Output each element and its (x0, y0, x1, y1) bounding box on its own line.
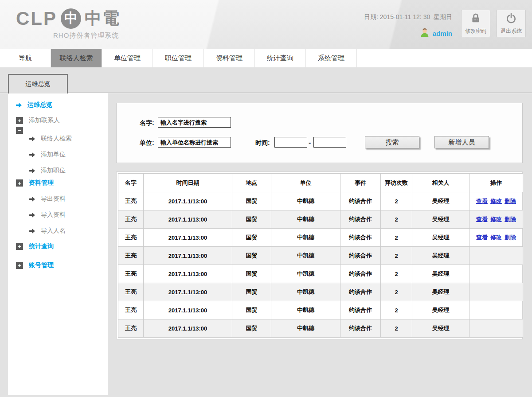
sidebar-item-tianjia-lianxiren[interactable]: +添加联系人 (16, 116, 108, 125)
cell-visits: 2 (381, 229, 412, 247)
cell-location: 国贸 (232, 301, 271, 319)
sidebar-item-collapse-toggle[interactable]: − (16, 127, 108, 134)
arrow-right-icon (29, 197, 35, 202)
cell-related: 吴经理 (412, 229, 469, 247)
logo-subtitle: RHO持份者管理系统 (53, 31, 120, 40)
arrow-right-icon (29, 229, 35, 234)
nav-tab-tongji-chaxun[interactable]: 统计查询 (255, 49, 306, 67)
cell-event: 约谈合作 (340, 210, 381, 229)
sidebar-item-lianluoren-jiansuo[interactable]: 联络人检索 (29, 134, 108, 143)
cell-visits: 2 (381, 265, 412, 283)
cell-visits: 2 (381, 319, 412, 338)
cell-related: 吴经理 (412, 192, 469, 210)
cell-datetime: 2017.1.1/13:00 (144, 229, 232, 247)
nav-tab-ziliao-guanli[interactable]: 资料管理 (204, 49, 255, 67)
cell-datetime: 2017.1.1/13:00 (144, 247, 232, 265)
header-datetime: 日期: 2015-01-11 12: 30 星期日 (364, 13, 452, 21)
time-from-input[interactable] (274, 137, 307, 148)
nav-tab-danwei-guanli[interactable]: 单位管理 (102, 49, 153, 67)
cell-name: 王亮 (118, 210, 144, 229)
table-row: 王亮2017.1.1/13:00国贸中凯德约谈合作2吴经理 (118, 301, 523, 319)
cell-visits: 2 (381, 210, 412, 229)
time-range-separator: - (309, 139, 311, 147)
action-edit[interactable]: 修改 (490, 198, 502, 204)
sidebar-item-label: 账号管理 (29, 261, 54, 269)
unit-search-input[interactable] (158, 137, 231, 148)
action-delete[interactable]: 删除 (505, 216, 516, 222)
plus-icon[interactable]: + (16, 262, 23, 269)
search-panel: 名字: 单位: 时间: - 搜索 新增人员 (116, 103, 523, 163)
sidebar-item-daoru-renming[interactable]: 导入人名 (29, 226, 108, 235)
change-password-button[interactable]: 修改密码 (461, 10, 490, 37)
table-header-row: 名字时间日期地点单位事件拜访次数相关人操作 (118, 174, 523, 192)
sidebar-item-label: 统计查询 (29, 242, 54, 250)
table-row: 王亮2017.1.1/13:00国贸中凯德约谈合作2吴经理 (118, 319, 523, 338)
nav-tab-zhiwei-guanli[interactable]: 职位管理 (153, 49, 204, 67)
nav-tabs: 导航联络人检索单位管理职位管理资料管理统计查询系统管理 (0, 49, 532, 67)
cell-datetime: 2017.1.1/13:00 (144, 319, 232, 338)
plus-icon[interactable]: + (16, 179, 23, 187)
cell-location: 国贸 (232, 283, 271, 301)
cell-actions (469, 247, 523, 265)
cell-name: 王亮 (118, 319, 144, 338)
cell-related: 吴经理 (412, 247, 469, 265)
power-icon (505, 12, 517, 26)
column-header: 名字 (118, 174, 144, 192)
action-delete[interactable]: 删除 (505, 234, 516, 241)
action-edit[interactable]: 修改 (490, 216, 502, 222)
time-to-input[interactable] (313, 137, 346, 148)
logo-clp-text: CLP (16, 8, 57, 29)
sidebar-item-tongji-chaxun[interactable]: +统计查询 (16, 242, 108, 251)
arrow-right-icon (29, 152, 35, 157)
sidebar-item-zhanghao-guanli[interactable]: +账号管理 (16, 261, 108, 270)
cell-actions: 查看修改删除 (469, 210, 523, 229)
sidebar-item-ziliao-guanli[interactable]: +资料管理 (16, 179, 108, 187)
cell-related: 吴经理 (412, 210, 469, 229)
plus-icon[interactable]: + (16, 117, 23, 124)
sidebar-item-tianjia-danwei[interactable]: 添加单位 (29, 150, 108, 159)
action-view[interactable]: 查看 (476, 234, 488, 241)
cell-related: 吴经理 (412, 283, 469, 301)
arrow-right-icon (29, 213, 35, 218)
cell-datetime: 2017.1.1/13:00 (144, 283, 232, 301)
logout-button[interactable]: 退出系统 (497, 10, 526, 37)
nav-tab-daohang[interactable]: 导航 (0, 49, 51, 67)
sidebar-item-label: 导入人名 (41, 227, 66, 235)
action-delete[interactable]: 删除 (505, 198, 516, 204)
cell-datetime: 2017.1.1/13:00 (144, 301, 232, 319)
plus-icon[interactable]: + (16, 243, 23, 250)
cell-name: 王亮 (118, 301, 144, 319)
add-person-button[interactable]: 新增人员 (434, 136, 489, 148)
column-header: 相关人 (412, 174, 469, 192)
cell-datetime: 2017.1.1/13:00 (144, 210, 232, 229)
cell-event: 约谈合作 (340, 192, 381, 210)
unit-field-label: 单位: (140, 139, 154, 147)
name-search-input[interactable] (158, 117, 231, 128)
action-view[interactable]: 查看 (476, 216, 488, 222)
sidebar-item-yunwei-zonglan[interactable]: 运维总览 (16, 101, 108, 109)
table-row: 王亮2017.1.1/13:00国贸中凯德约谈合作2吴经理 (118, 283, 523, 301)
table-row: 王亮2017.1.1/13:00国贸中凯德约谈合作2吴经理 (118, 247, 523, 265)
sidebar-item-daochu-ziliao[interactable]: 导出资料 (29, 195, 108, 203)
sidebar-item-daoru-ziliao[interactable]: 导入资料 (29, 210, 108, 219)
action-edit[interactable]: 修改 (490, 234, 502, 241)
cell-actions (469, 265, 523, 283)
nav-tab-xitong-guanli[interactable]: 系统管理 (306, 49, 357, 67)
nav-tab-lianluoren-jiansuo[interactable]: 联络人检索 (51, 49, 102, 67)
cell-visits: 2 (381, 283, 412, 301)
column-header: 事件 (340, 174, 381, 192)
tab-yunwei-zonglan[interactable]: 运维总览 (8, 74, 68, 93)
cell-actions (469, 283, 523, 301)
action-view[interactable]: 查看 (476, 198, 488, 204)
minus-icon[interactable]: − (16, 127, 23, 134)
cell-name: 王亮 (118, 283, 144, 301)
table-row: 王亮2017.1.1/13:00国贸中凯德约谈合作2吴经理 (118, 265, 523, 283)
cell-visits: 2 (381, 301, 412, 319)
table-row: 王亮2017.1.1/13:00国贸中凯德约谈合作2吴经理查看修改删除 (118, 229, 523, 247)
change-password-label: 修改密码 (465, 27, 486, 35)
cell-location: 国贸 (232, 265, 271, 283)
logged-in-username[interactable]: admin (433, 30, 452, 37)
search-button[interactable]: 搜索 (365, 136, 419, 148)
sidebar-item-tianjia-zhiwei[interactable]: 添加职位 (29, 166, 108, 175)
cell-event: 约谈合作 (340, 283, 381, 301)
